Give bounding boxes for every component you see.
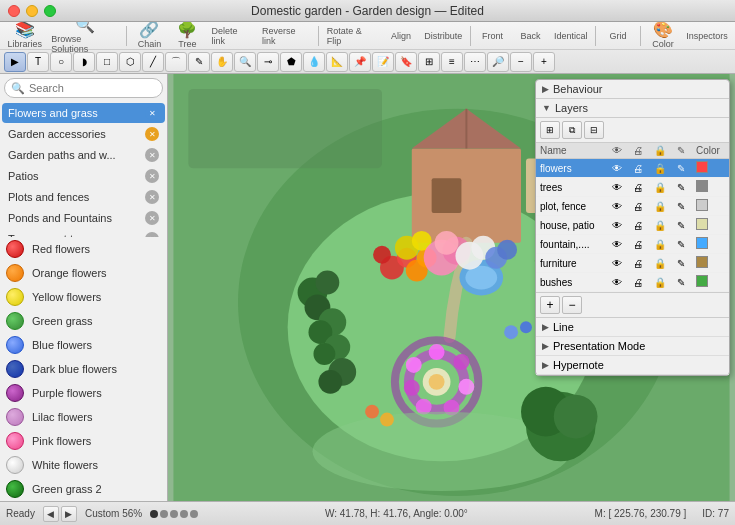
text-tool[interactable]: T: [27, 52, 49, 72]
category-garden-accessories[interactable]: Garden accessories ✕: [2, 124, 165, 144]
item-purple-flowers[interactable]: Purple flowers: [0, 381, 167, 405]
hand-tool[interactable]: ✋: [211, 52, 233, 72]
identical-button[interactable]: Identical: [551, 28, 591, 43]
category-transparent-trees[interactable]: Transparent trees ✕: [2, 229, 165, 237]
category-flowers-grass[interactable]: Flowers and grass ✕: [2, 103, 165, 123]
layers-tool-1[interactable]: ⊞: [540, 121, 560, 139]
extra-tool[interactable]: ⋯: [464, 52, 486, 72]
page-dot-2[interactable]: [160, 510, 168, 518]
select-tool[interactable]: ▶: [4, 52, 26, 72]
layer-row-house-patio[interactable]: house, patio 👁 🖨 🔒 ✎: [536, 216, 729, 235]
distribute-button[interactable]: Distribute: [421, 28, 466, 43]
layer-row-fountain[interactable]: fountain,.... 👁 🖨 🔒 ✎: [536, 235, 729, 254]
hypernote-section[interactable]: ▶ Hypernote: [536, 356, 729, 375]
libraries-button[interactable]: 📚 Libraries: [4, 20, 45, 51]
layer-color[interactable]: [692, 159, 729, 178]
zoom-tool[interactable]: 🔍: [234, 52, 256, 72]
line-tool[interactable]: ╱: [142, 52, 164, 72]
layers-section-header[interactable]: ▼ Layers: [536, 99, 729, 118]
circle-tool[interactable]: ○: [50, 52, 72, 72]
measure-tool[interactable]: 📐: [326, 52, 348, 72]
stamp-tool[interactable]: 🔖: [395, 52, 417, 72]
align-button[interactable]: Align: [383, 28, 419, 43]
arc-tool[interactable]: ◗: [73, 52, 95, 72]
connect-tool[interactable]: ⊸: [257, 52, 279, 72]
color-button[interactable]: 🎨 Color: [645, 20, 681, 51]
item-lilac-flowers[interactable]: Lilac flowers: [0, 405, 167, 429]
zoom-out[interactable]: −: [510, 52, 532, 72]
back-button[interactable]: Back: [513, 28, 549, 43]
rect-tool[interactable]: □: [96, 52, 118, 72]
nav-prev[interactable]: ◀: [43, 506, 59, 522]
layer-row-furniture[interactable]: furniture 👁 🖨 🔒 ✎: [536, 254, 729, 273]
close-button[interactable]: [8, 5, 20, 17]
chain-button[interactable]: 🔗 Chain: [131, 20, 167, 51]
item-pink-flowers[interactable]: Pink flowers: [0, 429, 167, 453]
category-patios[interactable]: Patios ✕: [2, 166, 165, 186]
item-orange-flowers[interactable]: Orange flowers: [0, 261, 167, 285]
behaviour-section[interactable]: ▶ Behaviour: [536, 80, 729, 99]
item-yellow-flowers[interactable]: Yellow flowers: [0, 285, 167, 309]
nav-next[interactable]: ▶: [61, 506, 77, 522]
page-dots: [150, 510, 198, 518]
item-label: Purple flowers: [32, 387, 102, 399]
layer-row-bushes[interactable]: bushes 👁 🖨 🔒 ✎: [536, 273, 729, 292]
layer-color[interactable]: [692, 235, 729, 254]
front-label: Front: [482, 31, 503, 41]
maximize-button[interactable]: [44, 5, 56, 17]
item-blue-flowers[interactable]: Blue flowers: [0, 333, 167, 357]
layer-row-plot-fence[interactable]: plot, fence 👁 🖨 🔒 ✎: [536, 197, 729, 216]
item-green-grass[interactable]: Green grass: [0, 309, 167, 333]
remove-layer-button[interactable]: −: [562, 296, 582, 314]
search-box[interactable]: 🔍: [4, 78, 163, 98]
category-ponds-fountains[interactable]: Ponds and Fountains ✕: [2, 208, 165, 228]
category-garden-paths[interactable]: Garden paths and w... ✕: [2, 145, 165, 165]
page-dot-5[interactable]: [190, 510, 198, 518]
reverse-link-button[interactable]: Reverse link: [258, 23, 314, 48]
layer-color[interactable]: [692, 273, 729, 292]
inspectors-button[interactable]: Inspectors: [683, 28, 731, 43]
pin-tool[interactable]: 📌: [349, 52, 371, 72]
presentation-mode-section[interactable]: ▶ Presentation Mode: [536, 337, 729, 356]
search-in-canvas[interactable]: 🔎: [487, 52, 509, 72]
item-green-grass-2[interactable]: Green grass 2: [0, 477, 167, 501]
delete-link-button[interactable]: Delete link: [207, 23, 256, 48]
page-dot-1[interactable]: [150, 510, 158, 518]
note-tool[interactable]: 📝: [372, 52, 394, 72]
list-view-tool[interactable]: ≡: [441, 52, 463, 72]
layers-tool-3[interactable]: ⊟: [584, 121, 604, 139]
distribute-label: Distribute: [424, 31, 462, 41]
layer-row-trees[interactable]: trees 👁 🖨 🔒 ✎: [536, 178, 729, 197]
layer-print: 🖨: [629, 178, 650, 197]
front-button[interactable]: Front: [475, 28, 511, 43]
item-white-flowers[interactable]: White flowers: [0, 453, 167, 477]
layer-color[interactable]: [692, 254, 729, 273]
search-input[interactable]: [29, 82, 156, 94]
category-plots-fences[interactable]: Plots and fences ✕: [2, 187, 165, 207]
pencil-tool[interactable]: ✎: [188, 52, 210, 72]
curve-tool[interactable]: ⌒: [165, 52, 187, 72]
eyedrop-tool[interactable]: 💧: [303, 52, 325, 72]
item-dark-blue-flowers[interactable]: Dark blue flowers: [0, 357, 167, 381]
layers-tool-2[interactable]: ⧉: [562, 121, 582, 139]
line-section[interactable]: ▶ Line: [536, 318, 729, 337]
tree-button[interactable]: 🌳 Tree: [169, 20, 205, 51]
item-color-white: [6, 456, 24, 474]
add-layer-button[interactable]: +: [540, 296, 560, 314]
item-red-flowers[interactable]: Red flowers: [0, 237, 167, 261]
layer-color[interactable]: [692, 216, 729, 235]
fill-tool[interactable]: ⬟: [280, 52, 302, 72]
layer-row-flowers[interactable]: flowers 👁 🖨 🔒 ✎: [536, 159, 729, 178]
layer-color[interactable]: [692, 197, 729, 216]
bottom-sections: ▶ Line ▶ Presentation Mode ▶ Hypernote: [536, 317, 729, 375]
canvas-area[interactable]: ▶ Behaviour ▼ Layers ⊞ ⧉ ⊟ Name 👁 🖨 🔒: [168, 74, 735, 501]
page-dot-4[interactable]: [180, 510, 188, 518]
page-dot-3[interactable]: [170, 510, 178, 518]
rotate-flip-button[interactable]: Rotate & Flip: [323, 23, 381, 48]
layer-color[interactable]: [692, 178, 729, 197]
poly-tool[interactable]: ⬡: [119, 52, 141, 72]
grid-view-tool[interactable]: ⊞: [418, 52, 440, 72]
zoom-in[interactable]: +: [533, 52, 555, 72]
grid-button[interactable]: Grid: [600, 28, 636, 43]
minimize-button[interactable]: [26, 5, 38, 17]
